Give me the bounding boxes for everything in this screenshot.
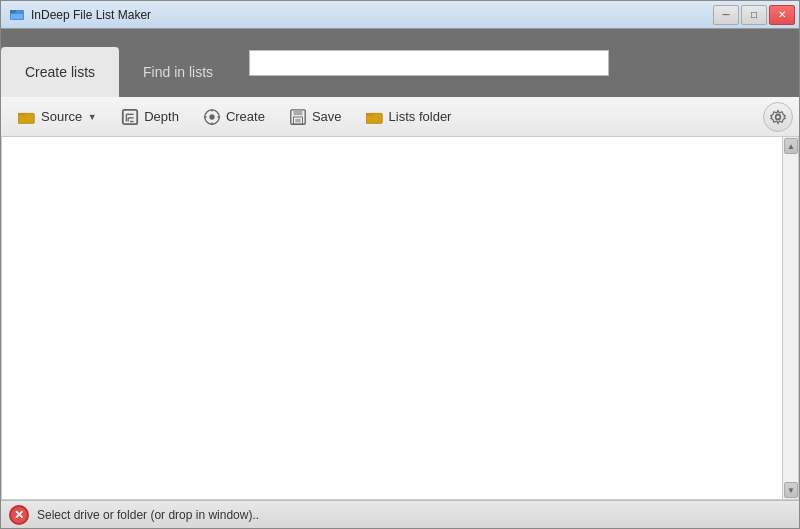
search-input[interactable] — [249, 50, 609, 76]
toolbar: Source ▼ Depth — [1, 97, 799, 137]
svg-rect-2 — [11, 14, 23, 19]
tab-search-area: Create lists Find in lists — [1, 29, 799, 97]
tab-create-lists[interactable]: Create lists — [1, 47, 119, 97]
title-bar: InDeep File List Maker ─ □ ✕ — [1, 1, 799, 29]
tab-find-in-lists[interactable]: Find in lists — [119, 47, 237, 97]
scrollbar-track: ▲ ▼ — [782, 137, 798, 499]
minimize-button[interactable]: ─ — [713, 5, 739, 25]
svg-rect-18 — [293, 109, 302, 114]
scrollbar-up-button[interactable]: ▲ — [784, 138, 798, 154]
source-button[interactable]: Source ▼ — [7, 102, 108, 132]
save-button[interactable]: Save — [278, 102, 353, 132]
main-window: InDeep File List Maker ─ □ ✕ Create list… — [0, 0, 800, 529]
title-bar-left: InDeep File List Maker — [9, 7, 151, 23]
app-title: InDeep File List Maker — [31, 8, 151, 22]
svg-rect-1 — [10, 10, 16, 13]
app-icon — [9, 7, 25, 23]
svg-point-23 — [776, 114, 781, 119]
svg-rect-20 — [295, 118, 300, 122]
main-content-area: ▲ ▼ — [1, 137, 799, 500]
create-button[interactable]: Create — [192, 102, 276, 132]
scrollbar-down-button[interactable]: ▼ — [784, 482, 798, 498]
depth-button[interactable]: Depth — [110, 102, 190, 132]
status-bar: ✕ Select drive or folder (or drop in win… — [1, 500, 799, 528]
source-dropdown-arrow[interactable]: ▼ — [87, 102, 97, 132]
lists-folder-button[interactable]: Lists folder — [355, 102, 463, 132]
status-icon: ✕ — [9, 505, 29, 525]
depth-icon — [121, 108, 139, 126]
gear-icon — [770, 109, 786, 125]
source-folder-icon — [18, 108, 36, 126]
svg-rect-4 — [18, 113, 25, 116]
maximize-button[interactable]: □ — [741, 5, 767, 25]
status-text: Select drive or folder (or drop in windo… — [37, 508, 259, 522]
tabs-container: Create lists Find in lists — [1, 29, 237, 97]
search-area — [237, 29, 799, 97]
window-controls: ─ □ ✕ — [713, 5, 795, 25]
close-button[interactable]: ✕ — [769, 5, 795, 25]
svg-point-12 — [209, 114, 214, 119]
settings-button[interactable] — [763, 102, 793, 132]
lists-folder-icon — [366, 108, 384, 126]
save-icon — [289, 108, 307, 126]
svg-rect-22 — [366, 113, 373, 116]
create-icon — [203, 108, 221, 126]
